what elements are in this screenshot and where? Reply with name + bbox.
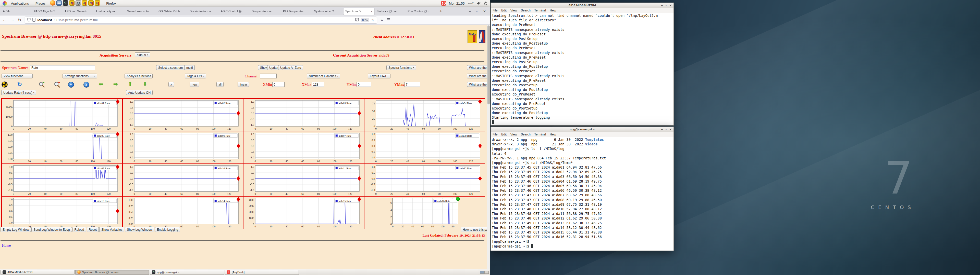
empty-log-window-button[interactable]: Empty Log Window [0, 227, 31, 232]
terminal-output[interactable]: loading Spectrum.tcl > can not find chan… [491, 13, 673, 125]
browser-tab[interactable]: System wide Ch [312, 8, 343, 15]
taskbar-button-aida-midas-httpd[interactable]: AIDA MIDAS HTTPd [0, 270, 75, 275]
restore-button[interactable]: ▫ [666, 4, 667, 7]
select-spectrum-dropdown[interactable]: Select a spectrum▾ [156, 65, 187, 70]
arrange-functions-dropdown[interactable]: Arrange functions▾ [62, 74, 97, 78]
spectrum-plot-aida01[interactable]: 02040608010012001000020000aida01 Rate [2, 99, 122, 131]
back-button[interactable]: ← [3, 18, 6, 22]
pan-left-icon[interactable]: ⬅ [98, 81, 104, 87]
active-app-label[interactable]: Firefox [103, 1, 119, 6]
spectrum-plot-aida09[interactable]: 0204060801001201.00.50.0-0.5-1.0aida09 R… [2, 164, 122, 196]
reload-button[interactable]: Reload [73, 227, 86, 232]
spectrum-plot-aida04[interactable]: 0204060801001200255075aida04 Rate [364, 99, 485, 131]
terminal-menu-search[interactable]: Search [521, 133, 531, 136]
midas-launcher-icon[interactable] [88, 0, 94, 6]
scrollbar-thumb[interactable] [487, 25, 490, 104]
restore-button[interactable]: ▫ [476, 9, 477, 13]
update-rate-dropdown[interactable]: Update Rate (4 secs)▾ [1, 90, 36, 95]
terminal-titlebar[interactable]: AIDA MIDAS HTTPd –▫✕ [491, 3, 673, 8]
refresh-icon[interactable]: ↻ [16, 81, 23, 88]
spectrum-plot-aida02[interactable]: 0204060801001201.00.50.0-0.5-1.0aida02 R… [123, 99, 243, 131]
new-tab-button[interactable]: + [437, 9, 445, 14]
forward-button[interactable]: → [10, 18, 14, 22]
radiation-icon[interactable] [1, 81, 8, 88]
terminal-menu-view[interactable]: View [511, 133, 517, 136]
clock[interactable]: Mon 21:55 [449, 2, 465, 5]
acquisition-server-select[interactable]: aida09▾ [135, 52, 150, 57]
spectrum-plot-aida15[interactable]: 02040608010012001000200030004000aida15 R… [243, 197, 364, 229]
show-log-window-button[interactable]: Show Log Window [125, 227, 154, 232]
terminal-menu-edit[interactable]: Edit [501, 133, 507, 136]
browser-tab[interactable]: Temperature an [250, 8, 281, 15]
network-icon[interactable]: ▪▬? [468, 2, 474, 5]
spectrum-plot-aida05[interactable]: 0204060801001200.000.250.500.751.00aida0… [2, 131, 122, 163]
url-bar[interactable]: localhost:8015/Spectrum/Spectrum.tml 80%… [25, 17, 377, 24]
new-button[interactable]: new [189, 82, 199, 87]
close-button[interactable]: ✕ [670, 4, 672, 7]
pan-up-icon[interactable]: ⬆ [127, 81, 134, 87]
minimize-button[interactable]: – [661, 4, 663, 7]
midas-launcher-icon[interactable] [95, 0, 100, 6]
terminal-menu-terminal[interactable]: Terminal [535, 9, 546, 12]
browser-tab[interactable]: Lost activity mo [94, 8, 125, 15]
browser-tab[interactable]: GSI White Rabbi [157, 8, 188, 15]
places-menu[interactable]: Places [33, 1, 48, 6]
view-functions-dropdown[interactable]: View functions▾ [2, 74, 33, 78]
layout-dropdown[interactable]: Layout ID=1▾ [368, 74, 390, 78]
x-button[interactable]: x [169, 82, 174, 87]
close-button[interactable]: ✕ [483, 9, 486, 13]
show-variables-button[interactable]: Show Variables [99, 227, 124, 232]
ymin-input[interactable] [356, 82, 371, 87]
expand-y-icon[interactable]: ▲ [83, 81, 89, 88]
xmin-input[interactable] [272, 82, 285, 87]
send-log-window-to-elog-button[interactable]: Send Log Window to ELog [32, 227, 72, 232]
terminal-menu-file[interactable]: File [493, 133, 497, 136]
terminal-menu-file[interactable]: File [493, 9, 497, 12]
browser-tab[interactable]: Spectrum Bro× [344, 8, 374, 15]
channel-input[interactable] [260, 74, 277, 78]
pan-right-icon[interactable]: ➡ [112, 81, 119, 87]
terminal-menu-search[interactable]: Search [521, 9, 531, 12]
browser-tab[interactable]: Waveform captu [126, 8, 156, 15]
terminal-menu-help[interactable]: Help [550, 133, 556, 136]
taskbar-button--anydesk-[interactable]: »[AnyDesk] [225, 270, 299, 275]
terminal-menu-help[interactable]: Help [550, 9, 556, 12]
terminal-output[interactable]: drwxr-xr-x. 2 npg npg 6 Jan 30 2022 Temp… [491, 137, 673, 251]
spectrum-name-input[interactable] [30, 65, 95, 70]
applications-menu[interactable]: Applications [8, 1, 32, 6]
terminal-menu-terminal[interactable]: Terminal [535, 133, 546, 136]
browser-tab[interactable]: FADC Align & C [32, 8, 63, 15]
volume-muted-icon[interactable] [477, 2, 481, 5]
file-manager-launcher-icon[interactable] [56, 0, 62, 6]
xmax-input[interactable] [312, 82, 324, 87]
midas-logo[interactable]: Midas [468, 30, 477, 43]
page-scrollbar[interactable] [487, 25, 490, 269]
browser-tab[interactable]: Run Control @ c [406, 8, 437, 15]
zoom-in-icon[interactable] [38, 81, 45, 88]
analysis-functions-dropdown[interactable]: Analysis functions▾ [124, 74, 153, 78]
browser-tab[interactable]: Statistics @ car [375, 8, 406, 15]
zoom-out-icon[interactable] [54, 81, 60, 88]
spectra-functions-dropdown[interactable]: Spectra functions▾ [387, 65, 416, 70]
midas-launcher-icon[interactable] [69, 0, 75, 6]
shield-icon[interactable] [27, 18, 30, 22]
spectrum-plot-aida07[interactable]: 0204060801001201.00.50.0-0.5-1.0aida07 R… [243, 131, 364, 163]
browser-tab[interactable]: Plot Temperatur [281, 8, 312, 15]
browser-tab[interactable]: ASIC Control @ [219, 8, 250, 15]
terminal-menu-edit[interactable]: Edit [501, 9, 507, 12]
terminal-titlebar[interactable]: npg@carme-gsi:~ –▫✕ [491, 127, 673, 132]
spectrum-plot-aida03[interactable]: 0204060801001201.00.50.0-0.5-1.0aida03 R… [243, 99, 364, 131]
taskbar-button-spectrum-browser-carme-[interactable]: Spectrum Browser @ carme-... [75, 270, 149, 275]
restore-button[interactable]: ▫ [666, 128, 667, 131]
bookmark-star-icon[interactable]: ☆ [371, 18, 374, 22]
multi-button[interactable]: multi [184, 65, 195, 70]
spectrum-plot-aida12[interactable]: 0204060801001201.00.50.0-0.5-1.0aida12 R… [364, 164, 485, 196]
linear-button[interactable]: linear [238, 82, 249, 87]
all-button[interactable]: all [216, 82, 224, 87]
spectrum-plot-aida06[interactable]: 0204060801001201.00.50.0-0.5-1.0aida06 R… [123, 131, 243, 163]
terminal-menu-view[interactable]: View [511, 9, 517, 12]
overflow-menu-icon[interactable]: » [380, 18, 383, 22]
galleries-dropdown[interactable]: Number of Galleries▾ [307, 74, 340, 78]
midas-launcher-icon[interactable] [82, 0, 87, 6]
tags-fits-dropdown[interactable]: Tags & Fits▾ [185, 74, 206, 78]
